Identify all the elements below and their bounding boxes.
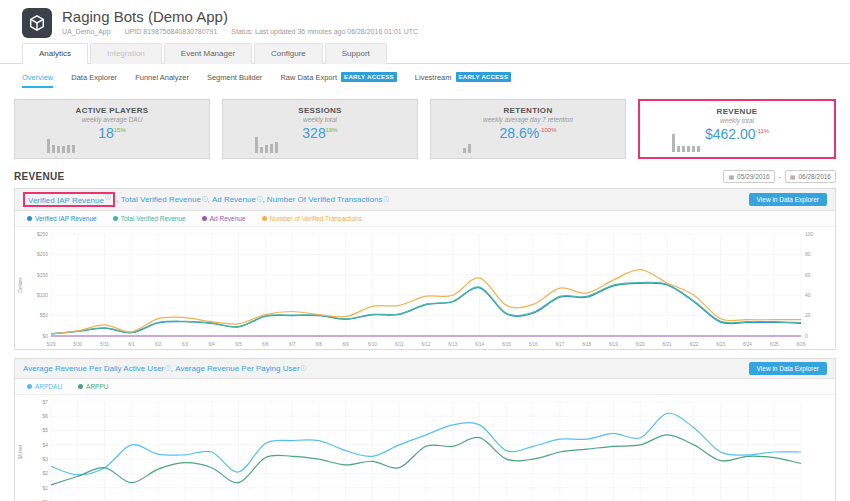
svg-text:6/7: 6/7 [289, 342, 296, 347]
series-dot-icon [78, 384, 83, 389]
kpi-card-active-players[interactable]: ACTIVE PLAYERS weekly average DAU 1815% [14, 99, 210, 159]
legend-arppu[interactable]: ARPPU [78, 383, 108, 390]
svg-text:6/2: 6/2 [155, 342, 162, 347]
series-dot-icon [27, 384, 32, 389]
section-title: REVENUE [14, 171, 64, 182]
svg-text:5/29: 5/29 [47, 342, 56, 347]
legend-arpdau[interactable]: ARPDAU [27, 383, 62, 390]
legend-number-of-verified-transactions[interactable]: Number of Verified Transactions [262, 215, 363, 222]
main-tabbar: Analytics Integration Event Manager Conf… [0, 43, 850, 64]
kpi-mini-bars [672, 134, 700, 152]
kpi-mini-bars [47, 139, 75, 153]
series-dot-icon [262, 216, 267, 221]
svg-text:100: 100 [805, 230, 814, 236]
tab-configure[interactable]: Configure [254, 43, 323, 64]
info-icon[interactable]: ⓘ [202, 196, 208, 203]
revenue-line-chart[interactable]: $0$50$100$150$200$2500204060801005/295/3… [15, 227, 835, 349]
svg-text:Dollars: Dollars [17, 276, 23, 292]
tab-analytics[interactable]: Analytics [22, 43, 88, 64]
highlighted-metric-box: Verified IAP Revenueⓘ [23, 192, 115, 207]
svg-text:6/4: 6/4 [209, 342, 216, 347]
svg-text:6/21: 6/21 [663, 342, 672, 347]
page-title: Raging Bots (Demo App) [62, 8, 418, 25]
svg-text:$0: $0 [42, 332, 48, 338]
svg-text:$50: $50 [40, 312, 49, 318]
info-icon[interactable]: ⓘ [257, 196, 263, 203]
kpi-card-sessions[interactable]: SESSIONS weekly total 32819% [222, 99, 418, 159]
arpu-chart-panel: Average Revenue Per Daily Active Userⓘ A… [14, 358, 836, 501]
date-from-picker[interactable]: ▦ 05/29/2016 [723, 170, 774, 183]
date-to-picker[interactable]: ▦ 06/28/2016 [785, 170, 836, 183]
subnav-segment-builder[interactable]: Segment Builder [207, 73, 262, 88]
tab-integration[interactable]: Integration [90, 43, 162, 64]
analytics-subnav: Overview Data Explorer Funnel Analyzer S… [0, 64, 850, 94]
svg-text:6/16: 6/16 [529, 342, 538, 347]
chart1-title: Verified IAP Revenueⓘ Total Verified Rev… [23, 192, 389, 207]
kpi-delta: 19% [326, 127, 338, 133]
svg-text:$4: $4 [42, 441, 48, 447]
arpu-line-chart[interactable]: $0$1$2$3$4$5$6$75/295/305/316/16/26/36/4… [15, 395, 835, 501]
subnav-overview[interactable]: Overview [22, 73, 53, 88]
svg-text:6/26: 6/26 [797, 342, 806, 347]
kpi-delta: 15% [114, 127, 126, 133]
svg-text:6/6: 6/6 [262, 342, 269, 347]
metric-link-arpdau[interactable]: Average Revenue Per Daily Active User [23, 364, 164, 373]
app-header: Raging Bots (Demo App) UA_Demo_App UPID … [0, 0, 850, 38]
svg-text:$200: $200 [37, 251, 48, 257]
svg-text:6/17: 6/17 [555, 342, 564, 347]
svg-text:6/13: 6/13 [448, 342, 457, 347]
metric-link-total-verified-revenue[interactable]: Total Verified Revenue [121, 195, 201, 204]
metric-link-number-of-verified-transactions[interactable]: Number Of Verified Transactions [267, 195, 383, 204]
view-in-data-explorer-button[interactable]: View in Data Explorer [749, 193, 827, 206]
svg-text:6/20: 6/20 [636, 342, 645, 347]
metric-link-verified-iap-revenue[interactable]: Verified IAP Revenue [28, 196, 104, 205]
svg-text:5/30: 5/30 [73, 342, 82, 347]
legend-verified-iap-revenue[interactable]: Verified IAP Revenue [27, 215, 97, 222]
subnav-livestream[interactable]: LivestreamEARLY ACCESS [415, 72, 511, 88]
svg-text:6/10: 6/10 [368, 342, 377, 347]
svg-text:6/23: 6/23 [716, 342, 725, 347]
legend-ad-revenue[interactable]: Ad Revenue [202, 215, 246, 222]
info-icon[interactable]: ⓘ [165, 365, 171, 372]
series-dot-icon [202, 216, 207, 221]
early-access-badge: EARLY ACCESS [341, 72, 397, 82]
info-icon[interactable]: ⓘ [383, 196, 389, 203]
subnav-funnel-analyzer[interactable]: Funnel Analyzer [135, 73, 189, 88]
app-key: UA_Demo_App [62, 28, 111, 35]
svg-text:6/5: 6/5 [235, 342, 242, 347]
svg-text:$150: $150 [37, 271, 48, 277]
info-icon[interactable]: ⓘ [105, 194, 111, 200]
kpi-row: ACTIVE PLAYERS weekly average DAU 1815% … [14, 99, 836, 159]
chart2-legend: ARPDAU ARPPU [15, 379, 835, 395]
svg-text:40: 40 [805, 292, 811, 298]
legend-total-verified-revenue[interactable]: Total Verified Revenue [113, 215, 186, 222]
tab-event-manager[interactable]: Event Manager [164, 43, 252, 64]
date-separator: - [779, 173, 781, 180]
svg-text:$3: $3 [42, 456, 48, 462]
svg-text:$1: $1 [42, 484, 48, 490]
metric-link-ad-revenue[interactable]: Ad Revenue [212, 195, 256, 204]
app-status: Status: Last updated 36 minutes ago 06/2… [231, 28, 418, 35]
series-dot-icon [113, 216, 118, 221]
kpi-card-retention[interactable]: RETENTION weekly average day 7 retention… [430, 99, 626, 159]
svg-text:$2: $2 [42, 470, 48, 476]
series-dot-icon [27, 216, 32, 221]
info-icon[interactable]: ⓘ [301, 365, 307, 372]
metric-link-arppu[interactable]: Average Revenue Per Paying User [175, 364, 299, 373]
subnav-data-explorer[interactable]: Data Explorer [71, 73, 117, 88]
svg-text:6/14: 6/14 [475, 342, 484, 347]
svg-text:6/22: 6/22 [689, 342, 698, 347]
chart1-legend: Verified IAP Revenue Total Verified Reve… [15, 211, 835, 227]
svg-text:6/15: 6/15 [502, 342, 511, 347]
svg-text:5/31: 5/31 [100, 342, 109, 347]
svg-text:6/18: 6/18 [582, 342, 591, 347]
view-in-data-explorer-button[interactable]: View in Data Explorer [749, 362, 827, 375]
svg-text:$5: $5 [42, 427, 48, 433]
kpi-delta: -11% [756, 128, 770, 134]
tab-support[interactable]: Support [325, 43, 387, 64]
kpi-card-revenue[interactable]: REVENUE weekly total $462.00-11% [638, 99, 836, 159]
subnav-raw-data-export[interactable]: Raw Data ExportEARLY ACCESS [280, 72, 396, 88]
svg-text:$6: $6 [42, 413, 48, 419]
early-access-badge: EARLY ACCESS [456, 72, 512, 82]
svg-text:$250: $250 [37, 230, 48, 236]
